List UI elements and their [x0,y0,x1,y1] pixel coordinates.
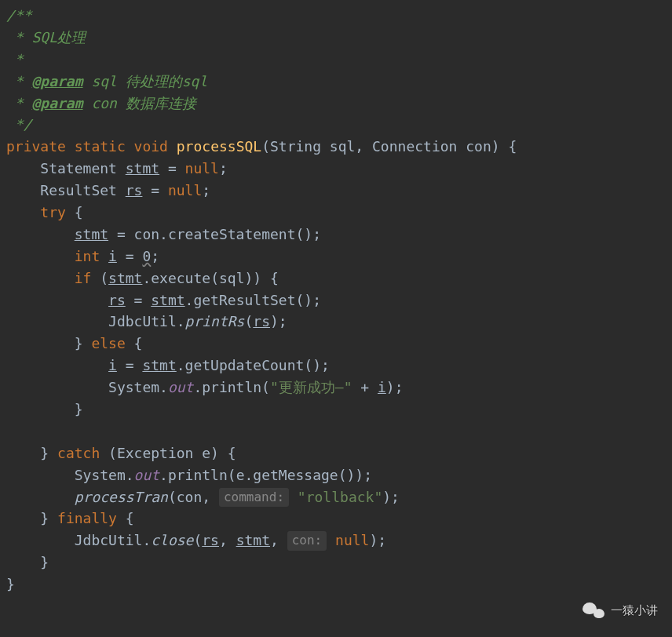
var-stmt: stmt [126,160,159,177]
brace-open: { [66,204,83,220]
keyword-null: null [335,532,369,548]
assign-expr: = con.createStatement(); [108,226,321,242]
method-signature: (String sql, Connection con) { [261,138,517,155]
keyword-private: private [6,138,66,155]
paren-open: ( [244,313,253,329]
keyword-null: null [168,182,202,198]
var-i: i [108,357,117,373]
plus-op: + [352,379,378,395]
brace-close: } [40,510,49,526]
system-class: System. [108,379,168,395]
param-hint-command: command: [219,488,289,508]
equals: = [117,248,143,264]
javadoc-param2: * @param con 数据库连接 [6,95,196,111]
javadoc-param1: * @param sql 待处理的sql [6,73,207,89]
brace-close: } [6,576,15,592]
keyword-catch: catch [57,445,100,461]
println-call: .println( [193,379,270,395]
comma: , [219,532,236,548]
if-execute: .execute(sql)) { [142,270,278,286]
semicolon: ; [151,248,159,264]
paren-close: ); [369,532,386,548]
comma: , [270,532,287,548]
get-resultset: .getResultSet(); [185,292,321,308]
brace-close: } [40,445,49,461]
keyword-finally: finally [57,510,117,526]
var-rs: rs [126,182,143,198]
keyword-if: if [75,270,92,286]
wechat-icon [583,601,604,620]
string-rollback: "rollback" [298,489,382,505]
semicolon: ; [219,160,228,177]
out-field: out [134,467,160,483]
jdbcutil-class: JdbcUtil. [108,313,185,329]
var-rs: rs [108,292,126,308]
out-field: out [168,379,194,395]
keyword-void: void [134,138,168,155]
println-call: .println( [159,467,236,483]
brace-close: } [40,554,49,570]
paren-close: ); [386,379,404,395]
equals: = [159,160,185,177]
catch-signature: (Exception e) { [100,445,236,461]
param-desc: 数据库连接 [126,95,196,111]
var-stmt: stmt [236,532,270,548]
paren-open: ( [193,532,202,548]
string-literal: "更新成功–" [270,379,352,395]
semicolon: ; [202,182,210,198]
watermark: 一猿小讲 [583,601,658,620]
javadoc-title: * SQL处理 [6,29,86,46]
javadoc-blank: * [6,51,24,67]
javadoc-close: */ [6,116,32,133]
processtran-method: processTran [75,489,168,505]
param-tag: @param [32,73,83,89]
keyword-null: null [185,160,219,177]
param-tag: @param [32,95,83,111]
keyword-static: static [75,138,126,155]
javadoc-open: /** [6,7,32,24]
paren-close: ); [382,489,400,505]
getmessage-call: e.getMessage()); [236,467,372,483]
equals: = [117,357,143,373]
param-name: con [91,95,117,111]
var-i: i [378,379,386,395]
equals: = [142,182,168,198]
paren-open: (con, [168,489,219,505]
type-resultset: ResultSet [40,182,125,198]
param-hint-con: con: [287,531,327,551]
keyword-else: else [91,335,125,351]
var-stmt: stmt [108,270,142,286]
get-update-count: .getUpdateCount(); [177,357,330,373]
var-i: i [108,248,117,264]
literal-zero: 0 [142,248,151,264]
param-name: sql [91,73,117,89]
code-block: /** * SQL处理 * * @param sql 待处理的sql * @pa… [0,0,672,600]
close-method: close [151,532,193,548]
system-class: System. [75,467,134,483]
var-stmt: stmt [142,357,176,373]
printrs-method: printRs [185,313,245,329]
type-statement: Statement [40,160,125,177]
keyword-try: try [40,204,66,220]
param-desc: 待处理的sql [126,73,208,89]
equals: = [126,292,152,308]
var-stmt: stmt [151,292,184,308]
var-stmt: stmt [75,226,108,242]
brace-close: } [75,401,83,417]
keyword-int: int [75,248,100,264]
jdbcutil-class: JdbcUtil. [75,532,152,548]
var-rs: rs [202,532,219,548]
paren-close: ); [270,313,287,329]
method-name: processSQL [177,138,261,155]
if-open: ( [91,270,108,286]
var-rs: rs [253,313,270,329]
brace-open: { [126,335,143,351]
watermark-text: 一猿小讲 [611,601,658,619]
brace-close: } [75,335,83,351]
brace-open: { [117,510,134,526]
